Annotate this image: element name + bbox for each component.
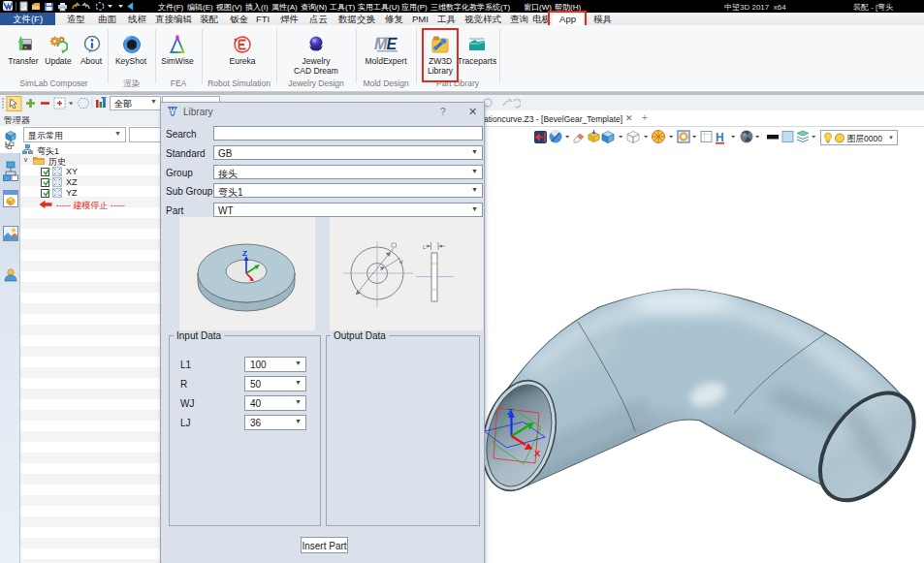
svg-text:L: L [423,244,427,250]
svg-text:Z: Z [507,406,513,417]
svg-text:d: d [399,259,402,265]
svg-text:H: H [716,131,724,144]
svg-text:E: E [387,36,398,52]
svg-text:X: X [534,448,541,458]
svg-text:traceparts: traceparts [469,37,485,41]
svg-text:Z: Z [242,249,247,258]
